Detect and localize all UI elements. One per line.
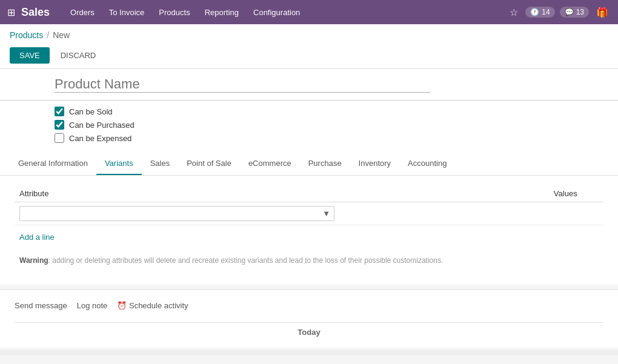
tab-variants[interactable]: Variants [96,153,142,175]
tab-content-variants: Attribute Values ▼ Add a line Wa [0,176,618,285]
warning-label: Warning [19,256,48,265]
app-title: Sales [21,6,50,19]
menu-orders[interactable]: Orders [64,4,101,21]
can-be-sold-label[interactable]: Can be Sold [69,107,113,116]
messages-badge[interactable]: 💬 13 [560,7,589,18]
grid-icon[interactable]: ⊞ [7,7,15,18]
clock-icon: ⏰ [117,301,129,310]
can-be-expensed-label[interactable]: Can be Expensed [69,134,131,143]
send-message-button[interactable]: Send message [15,299,67,313]
clock-icon: 🕐 [530,8,539,16]
col-attribute: Attribute [15,185,549,202]
warning-message: : adding or deleting attributes will del… [48,256,444,265]
today-label: Today [15,325,603,339]
tab-purchase[interactable]: Purchase [300,153,350,175]
can-be-sold-row: Can be Sold [55,107,603,116]
warning-text: Warning: adding or deleting attributes w… [15,244,475,270]
main-content: Products / New SAVE DISCARD Can be Sold … [0,24,618,285]
tabs-bar: General Information Variants Sales Point… [0,153,618,176]
attribute-cell: ▼ [15,202,549,225]
tab-point-of-sale[interactable]: Point of Sale [178,153,240,175]
dropdown-arrow-icon[interactable]: ▼ [319,207,334,220]
can-be-expensed-row: Can be Expensed [55,133,603,143]
can-be-purchased-checkbox[interactable] [55,120,64,130]
schedule-activity-button[interactable]: ⏰ Schedule activity [117,299,188,313]
product-name-input[interactable] [55,76,430,92]
discard-button[interactable]: DISCARD [55,47,102,64]
breadcrumb: Products / New [0,24,618,42]
star-icon-btn[interactable]: ☆ [507,4,520,21]
save-button[interactable]: SAVE [10,47,50,64]
col-values: Values [549,185,603,202]
breadcrumb-current: New [53,30,70,40]
add-line-button[interactable]: Add a line [15,230,59,244]
can-be-purchased-label[interactable]: Can be Purchased [69,121,135,130]
breadcrumb-products-link[interactable]: Products [10,30,43,40]
tab-ecommerce[interactable]: eCommerce [240,153,300,175]
variants-attributes-table: Attribute Values ▼ [15,185,603,225]
attribute-select-input[interactable] [20,207,319,220]
notifications-badge[interactable]: 🕐 14 [525,7,554,18]
gift-icon-btn[interactable]: 🎁 [594,4,611,21]
tab-general-information[interactable]: General Information [10,153,96,175]
chatter-divider [15,322,603,323]
menu-products[interactable]: Products [153,4,196,21]
can-be-sold-checkbox[interactable] [55,107,64,116]
can-be-purchased-row: Can be Purchased [55,120,603,130]
chat-icon: 💬 [565,8,574,16]
menu-configuration[interactable]: Configuration [247,4,306,21]
checkboxes-area: Can be Sold Can be Purchased Can be Expe… [0,101,618,153]
action-bar: SAVE DISCARD [0,42,618,69]
table-row: ▼ [15,202,603,225]
messages-count: 13 [576,8,584,16]
product-name-area [0,69,618,101]
can-be-expensed-checkbox[interactable] [55,133,64,143]
notifications-count: 14 [542,8,550,16]
menu-reporting[interactable]: Reporting [199,4,245,21]
log-note-button[interactable]: Log note [77,299,108,313]
top-nav: ⊞ Sales Orders To Invoice Products Repor… [0,0,618,24]
breadcrumb-separator: / [47,30,49,40]
chatter-actions: Send message Log note ⏰ Schedule activit… [15,299,603,313]
tab-accounting[interactable]: Accounting [399,153,455,175]
chatter-area: Send message Log note ⏰ Schedule activit… [0,290,618,348]
attribute-select-wrapper: ▼ [19,206,334,221]
topnav-right: ☆ 🕐 14 💬 13 🎁 [507,4,611,21]
tab-inventory[interactable]: Inventory [350,153,399,175]
values-cell [549,202,603,225]
scroll-hint [0,350,618,355]
top-menu: Orders To Invoice Products Reporting Con… [64,4,507,21]
schedule-activity-label: Schedule activity [129,301,188,310]
tab-sales[interactable]: Sales [142,153,179,175]
menu-to-invoice[interactable]: To Invoice [103,4,151,21]
